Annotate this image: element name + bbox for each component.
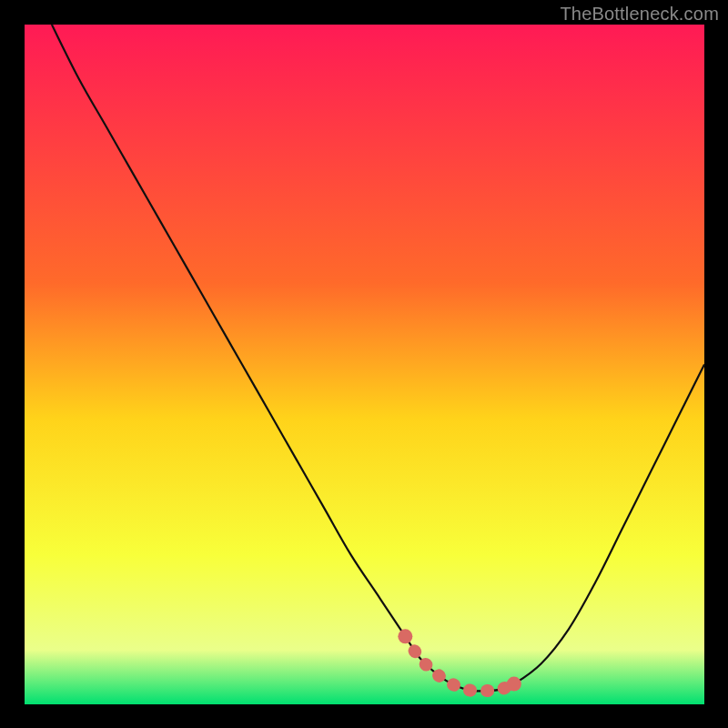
optimal-marker-start [398, 629, 412, 643]
chart-stage: TheBottleneck.com [0, 0, 728, 728]
bottleneck-chart [0, 0, 728, 728]
optimal-marker-end [507, 677, 521, 692]
plot-background [25, 25, 704, 704]
watermark-label: TheBottleneck.com [560, 4, 719, 25]
